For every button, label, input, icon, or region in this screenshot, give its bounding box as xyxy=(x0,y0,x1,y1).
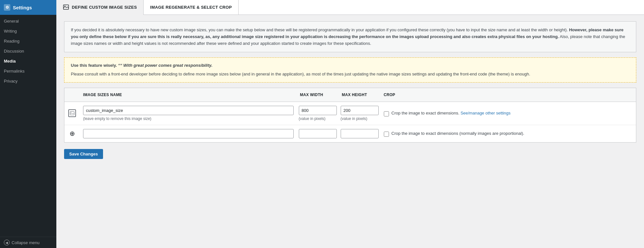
name-hint-1: (leave empty to remove this image size) xyxy=(83,116,294,121)
height-cell-2 xyxy=(339,129,381,138)
warning-box: Use this feature wisely. ““ With great p… xyxy=(64,57,636,83)
crop-checkbox-2[interactable] xyxy=(384,132,389,137)
crop-label-1: Crop the image to exact dimensions. See/… xyxy=(392,110,511,116)
width-cell-2 xyxy=(297,129,339,138)
image-sizes-table: IMAGE SIZES NAME MAX WIDTH MAX HEIGHT CR… xyxy=(64,88,636,143)
height-hint-1: (value in pixels) xyxy=(341,116,379,121)
width-input-2[interactable] xyxy=(299,129,337,138)
main-content: DEFINE CUSTOM IMAGE SIZES IMAGE REGENERA… xyxy=(56,0,644,248)
warning-quote: ““ With great power comes great responsi… xyxy=(118,63,212,68)
header-name-col: IMAGE SIZES NAME xyxy=(80,91,297,98)
warning-title: Use this feature wisely. ““ With great p… xyxy=(71,62,630,69)
sidebar-item-permalinks[interactable]: Permalinks xyxy=(0,66,56,76)
width-input-1[interactable] xyxy=(299,106,337,115)
svg-point-3 xyxy=(71,112,71,113)
sidebar-item-privacy[interactable]: Privacy xyxy=(0,76,56,86)
table-header: IMAGE SIZES NAME MAX WIDTH MAX HEIGHT CR… xyxy=(64,88,636,102)
svg-rect-2 xyxy=(70,112,74,115)
image-name-input-1[interactable] xyxy=(83,106,294,115)
name-cell-2 xyxy=(80,129,297,138)
crop-label-2: Crop the image to exact dimensions (norm… xyxy=(392,130,525,137)
tab-regenerate-label: IMAGE REGENERATE & SELECT CROP xyxy=(150,5,232,10)
tab-image-regenerate[interactable]: IMAGE REGENERATE & SELECT CROP xyxy=(143,0,239,15)
image-name-input-2[interactable] xyxy=(83,129,294,138)
warning-body: Please consult with a front-end develope… xyxy=(71,71,630,78)
height-cell-1: (value in pixels) xyxy=(339,106,381,121)
save-changes-button[interactable]: Save Changes xyxy=(64,149,103,159)
sidebar-item-media[interactable]: Media xyxy=(0,56,56,66)
table-row: ⊕ Crop the image to exact dimensions (no… xyxy=(64,125,636,142)
collapse-menu-button[interactable]: ◀ Collapse menu xyxy=(0,237,56,248)
info-text-intro: If you decided it is absolutely necessar… xyxy=(71,27,568,32)
row-icon-cell xyxy=(64,109,80,117)
header-extra-col xyxy=(419,91,636,98)
add-row-icon: ⊕ xyxy=(68,130,76,137)
crop-checkbox-1[interactable] xyxy=(384,111,389,116)
sidebar-item-writing[interactable]: Writing xyxy=(0,26,56,36)
name-cell-1: (leave empty to remove this image size) xyxy=(80,106,297,121)
collapse-arrow-icon: ◀ xyxy=(4,240,10,245)
crop-cell-1: Crop the image to exact dimensions. See/… xyxy=(381,110,636,116)
sidebar-item-reading[interactable]: Reading xyxy=(0,36,56,46)
tab-define-label: DEFINE CUSTOM IMAGE SIZES xyxy=(72,5,137,10)
table-row: (leave empty to remove this image size) … xyxy=(64,102,636,125)
settings-icon: ⚙ xyxy=(4,4,10,11)
tab-define-custom-image-sizes[interactable]: DEFINE CUSTOM IMAGE SIZES xyxy=(56,0,143,15)
crop-cell-2: Crop the image to exact dimensions (norm… xyxy=(381,130,636,137)
sidebar-item-general[interactable]: General xyxy=(0,16,56,26)
width-cell-1: (value in pixels) xyxy=(297,106,339,121)
header-crop-col: CROP xyxy=(381,91,419,98)
header-icon-col xyxy=(64,91,80,98)
content-area: If you decided it is absolutely necessar… xyxy=(56,15,644,248)
height-input-2[interactable] xyxy=(341,129,379,138)
tab-image-icon xyxy=(63,4,69,10)
header-height-col: MAX HEIGHT xyxy=(339,91,381,98)
see-manage-link[interactable]: See/manage other settings xyxy=(460,111,510,115)
sidebar-header: ⚙ Settings xyxy=(0,0,56,15)
image-size-icon xyxy=(68,109,76,117)
sidebar-title: Settings xyxy=(13,5,32,10)
height-input-1[interactable] xyxy=(341,106,379,115)
tab-bar: DEFINE CUSTOM IMAGE SIZES IMAGE REGENERA… xyxy=(56,0,644,15)
sidebar: ⚙ Settings General Writing Reading Discu… xyxy=(0,0,56,248)
info-box: If you decided it is absolutely necessar… xyxy=(64,21,636,52)
sidebar-nav: General Writing Reading Discussion Media… xyxy=(0,15,56,237)
header-width-col: MAX WIDTH xyxy=(297,91,339,98)
width-hint-1: (value in pixels) xyxy=(299,116,337,121)
collapse-label: Collapse menu xyxy=(12,240,40,245)
sidebar-item-discussion[interactable]: Discussion xyxy=(0,46,56,56)
add-icon-cell: ⊕ xyxy=(64,130,80,137)
